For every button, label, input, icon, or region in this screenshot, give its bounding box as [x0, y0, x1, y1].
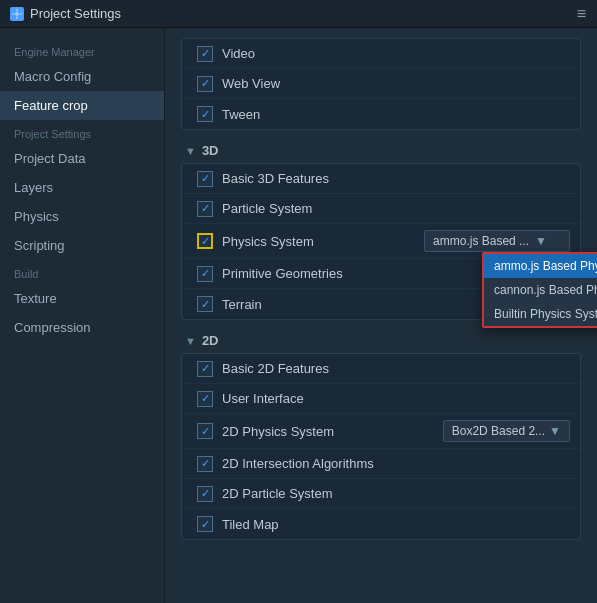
section-2d: ▼ 2D Basic 2D Features User Interface [181, 328, 581, 540]
video-checkbox-cell [192, 46, 218, 62]
main-layout: Engine Manager Macro Config Feature crop… [0, 28, 597, 603]
titlebar-title: Project Settings [30, 6, 121, 21]
particle-system-label: Particle System [218, 201, 570, 216]
feature-row-basic2d: Basic 2D Features [182, 354, 580, 384]
2d-particle-label: 2D Particle System [218, 486, 570, 501]
titlebar-menu-icon[interactable]: ≡ [577, 5, 587, 23]
sidebar-item-macro-config[interactable]: Macro Config [0, 62, 164, 91]
sidebar-item-physics[interactable]: Physics [0, 202, 164, 231]
feature-row-tiled-map: Tiled Map [182, 509, 580, 539]
video-checkbox[interactable] [197, 46, 213, 62]
2d-physics-dropdown[interactable]: Box2D Based 2... ▼ [443, 420, 570, 442]
svg-rect-1 [16, 9, 18, 12]
sidebar-item-layers[interactable]: Layers [0, 173, 164, 202]
2d-intersection-label: 2D Intersection Algorithms [218, 456, 570, 471]
physics-dropdown-popup: ammo.js Based Physics System cannon.js B… [482, 252, 597, 328]
physics-dropdown-arrow: ▼ [535, 234, 547, 248]
top-features-list: Video Web View Tween [181, 38, 581, 130]
section-2d-arrow[interactable]: ▼ [185, 335, 196, 347]
terrain-checkbox[interactable] [197, 296, 213, 312]
basic3d-checkbox[interactable] [197, 171, 213, 187]
sidebar-item-texture[interactable]: Texture [0, 284, 164, 313]
tiled-map-checkbox[interactable] [197, 516, 213, 532]
tiled-map-label: Tiled Map [218, 517, 570, 532]
user-interface-checkbox[interactable] [197, 391, 213, 407]
svg-rect-3 [12, 13, 15, 15]
physics-system-dropdown[interactable]: ammo.js Based ... ▼ [424, 230, 570, 252]
2d-physics-dropdown-arrow: ▼ [549, 424, 561, 438]
video-label: Video [218, 46, 570, 61]
tween-label: Tween [218, 107, 570, 122]
basic2d-checkbox[interactable] [197, 361, 213, 377]
feature-row-webview: Web View [182, 69, 580, 99]
section-3d-arrow[interactable]: ▼ [185, 145, 196, 157]
feature-row-physics-system: Physics System ammo.js Based ... ▼ ammo.… [182, 224, 580, 259]
build-label: Build [0, 260, 164, 284]
feature-row-2d-physics: 2D Physics System Box2D Based 2... ▼ [182, 414, 580, 449]
feature-row-tween: Tween [182, 99, 580, 129]
physics-option-builtin[interactable]: Builtin Physics System [484, 302, 597, 326]
section-2d-label: 2D [202, 333, 219, 348]
svg-point-0 [15, 12, 19, 16]
svg-rect-4 [20, 13, 23, 15]
tween-checkbox-cell [192, 106, 218, 122]
sidebar-item-scripting[interactable]: Scripting [0, 231, 164, 260]
svg-rect-2 [16, 16, 18, 19]
2d-intersection-checkbox[interactable] [197, 456, 213, 472]
basic2d-label: Basic 2D Features [218, 361, 570, 376]
section-3d-label: 3D [202, 143, 219, 158]
titlebar: Project Settings ≡ [0, 0, 597, 28]
physics-option-cannon[interactable]: cannon.js Based Physics system [484, 278, 597, 302]
webview-label: Web View [218, 76, 570, 91]
section-3d-header: ▼ 3D [181, 138, 581, 163]
physics-system-checkbox[interactable] [197, 233, 213, 249]
webview-checkbox[interactable] [197, 76, 213, 92]
project-settings-label: Project Settings [0, 120, 164, 144]
sidebar-item-compression[interactable]: Compression [0, 313, 164, 342]
feature-row-basic3d: Basic 3D Features [182, 164, 580, 194]
feature-row-2d-intersection: 2D Intersection Algorithms [182, 449, 580, 479]
content-area: Video Web View Tween ▼ [165, 28, 597, 603]
sidebar-item-project-data[interactable]: Project Data [0, 144, 164, 173]
sidebar: Engine Manager Macro Config Feature crop… [0, 28, 165, 603]
basic3d-label: Basic 3D Features [218, 171, 570, 186]
2d-physics-label: 2D Physics System [218, 424, 443, 439]
sidebar-item-feature-crop[interactable]: Feature crop [0, 91, 164, 120]
engine-manager-label: Engine Manager [0, 38, 164, 62]
section-2d-items: Basic 2D Features User Interface 2D Phys… [181, 353, 581, 540]
feature-row-video: Video [182, 39, 580, 69]
section-3d: ▼ 3D Basic 3D Features Particle System [181, 138, 581, 320]
feature-row-2d-particle: 2D Particle System [182, 479, 580, 509]
primitive-geo-checkbox[interactable] [197, 266, 213, 282]
webview-checkbox-cell [192, 76, 218, 92]
section-3d-items: Basic 3D Features Particle System Physic… [181, 163, 581, 320]
physics-option-ammo[interactable]: ammo.js Based Physics System [484, 254, 597, 278]
tween-checkbox[interactable] [197, 106, 213, 122]
top-features-section: Video Web View Tween [181, 38, 581, 130]
2d-physics-control: Box2D Based 2... ▼ [443, 420, 570, 442]
2d-physics-checkbox[interactable] [197, 423, 213, 439]
physics-dropdown-value: ammo.js Based ... [433, 234, 529, 248]
section-2d-header: ▼ 2D [181, 328, 581, 353]
2d-physics-dropdown-value: Box2D Based 2... [452, 424, 545, 438]
physics-system-dropdown-control: ammo.js Based ... ▼ ammo.js Based Physic… [424, 230, 570, 252]
user-interface-label: User Interface [218, 391, 570, 406]
feature-row-user-interface: User Interface [182, 384, 580, 414]
2d-particle-checkbox[interactable] [197, 486, 213, 502]
feature-row-particle-system: Particle System [182, 194, 580, 224]
settings-icon [10, 7, 24, 21]
particle-system-checkbox[interactable] [197, 201, 213, 217]
physics-system-label: Physics System [218, 234, 424, 249]
titlebar-left: Project Settings [10, 6, 121, 21]
